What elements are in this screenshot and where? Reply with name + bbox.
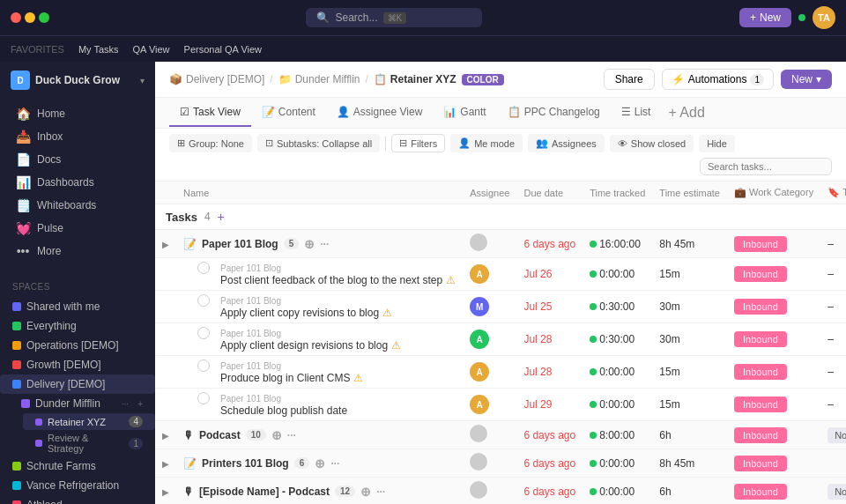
task-name[interactable]: Apply client design revisions to blog	[220, 339, 388, 352]
hide-button[interactable]: Hide	[699, 135, 735, 152]
task-checkbox[interactable]	[197, 262, 210, 274]
group-add-icon[interactable]: ⊕	[315, 456, 325, 471]
group-add-icon[interactable]: ⊕	[271, 428, 282, 442]
share-button[interactable]: Share	[604, 69, 655, 90]
color-badge[interactable]: COLOR	[462, 74, 504, 85]
group-toggle-icon[interactable]: ▶	[162, 431, 169, 441]
assignee-avatar[interactable]: A	[470, 362, 489, 382]
tab-content[interactable]: 📝 Content	[251, 99, 326, 127]
me-mode-button[interactable]: 👤 Me mode	[450, 134, 523, 152]
sidebar-item-dashboards[interactable]: 📊Dashboards	[4, 171, 152, 194]
tab-list[interactable]: ☰ List	[611, 99, 662, 127]
dunder-more-icon[interactable]: ···	[122, 399, 129, 409]
user-avatar[interactable]: TA	[813, 6, 835, 29]
sidebar-space-shared[interactable]: Shared with me	[0, 297, 155, 316]
group-toggle-icon[interactable]: ▶	[162, 240, 169, 249]
add-task-icon[interactable]: +	[218, 210, 225, 224]
col-name[interactable]: Name	[176, 182, 463, 204]
sidebar-item-inbox[interactable]: 📥Inbox	[4, 125, 152, 148]
col-task-type[interactable]: 🔖Task Type	[820, 182, 846, 204]
col-assignee[interactable]: Assignee	[463, 182, 516, 204]
search-tasks-input[interactable]	[700, 158, 832, 175]
favorites-personal-qa[interactable]: Personal QA View	[184, 44, 262, 55]
sidebar-space-delivery[interactable]: Delivery [DEMO]	[0, 374, 155, 394]
breadcrumb-delivery[interactable]: 📦 Delivery [DEMO]	[169, 73, 264, 85]
warning-icon: ⚠	[391, 339, 401, 352]
close-window-btn[interactable]	[11, 12, 21, 23]
sidebar-item-more[interactable]: •••More	[4, 240, 152, 263]
group-more-icon[interactable]: ···	[376, 485, 385, 498]
group-due-date: 6 days ago	[516, 421, 583, 449]
group-add-icon[interactable]: ⊕	[360, 485, 371, 499]
breadcrumb-sep-2: /	[366, 73, 368, 85]
breadcrumb-retainer[interactable]: 📋 Retainer XYZ	[374, 73, 456, 85]
tab-task-view[interactable]: ☑ Task View	[169, 99, 251, 127]
col-work-category[interactable]: 💼Work Category	[727, 182, 820, 204]
workspace-header[interactable]: D Duck Duck Grow ▾	[0, 62, 155, 99]
task-name-cell: Paper 101 Blog Apply client copy revisio…	[176, 291, 463, 323]
sidebar-item-docs[interactable]: 📄Docs	[4, 148, 152, 171]
task-name[interactable]: Post client feedback of the blog to the …	[220, 274, 442, 286]
global-search[interactable]: 🔍 Search... ⌘K	[306, 8, 482, 27]
task-name[interactable]: Apply client copy revisions to blog	[220, 307, 379, 319]
sidebar-space-growth[interactable]: Growth [DEMO]	[0, 355, 155, 374]
group-more-icon[interactable]: ···	[320, 238, 329, 250]
task-due-date: Jul 25	[516, 291, 583, 323]
sidebar-item-home[interactable]: 🏠Home	[4, 102, 152, 125]
task-time-est: 30m	[652, 291, 727, 323]
task-checkbox[interactable]	[197, 392, 210, 404]
filters-button[interactable]: ⊟ Filters	[391, 134, 445, 152]
dunder-add-icon[interactable]: +	[137, 399, 143, 409]
col-time-tracked[interactable]: Time tracked	[583, 182, 652, 204]
assignee-avatar[interactable]: A	[470, 264, 489, 284]
tab-gantt[interactable]: 📊 Gantt	[433, 99, 496, 127]
group-by-button[interactable]: ⊞ Group: None	[169, 134, 252, 152]
task-time-tracked: 0:00:00	[583, 258, 652, 291]
sidebar-item-whiteboards[interactable]: 🗒️Whiteboards	[4, 194, 152, 217]
sidebar-item-retainer-xyz[interactable]: Retainer XYZ 4	[23, 413, 155, 430]
new-button-top[interactable]: + New	[739, 8, 791, 27]
sidebar-space-schrute[interactable]: Schrute Farms	[0, 456, 155, 476]
group-toggle-icon[interactable]: ▶	[162, 487, 169, 497]
tab-ppc-changelog[interactable]: 📋 PPC Changelog	[497, 99, 611, 127]
tab-assignee-view[interactable]: 👤 Assignee View	[326, 99, 434, 127]
sidebar-space-vance[interactable]: Vance Refrigeration	[0, 476, 155, 495]
assignee-avatar[interactable]: A	[470, 395, 489, 414]
sidebar-space-operations[interactable]: Operations [DEMO]	[0, 336, 155, 355]
favorites-qa-view[interactable]: QA View	[133, 44, 170, 55]
maximize-window-btn[interactable]	[39, 12, 49, 23]
add-view-button[interactable]: + Add	[661, 98, 711, 128]
delivery-children: Dunder Mifflin ··· + Retainer XYZ 4 Revi…	[0, 394, 155, 456]
group-add-icon[interactable]: ⊕	[304, 237, 315, 251]
group-more-icon[interactable]: ···	[330, 457, 339, 470]
task-due-date: Jul 26	[516, 258, 583, 291]
col-time-estimate[interactable]: Time estimate	[652, 182, 727, 204]
task-work-category: Inbound	[727, 356, 820, 389]
new-task-button[interactable]: New ▾	[781, 70, 832, 89]
list-view-icon: ☰	[621, 106, 631, 118]
favorites-my-tasks[interactable]: My Tasks	[78, 44, 119, 55]
breadcrumb-dunder[interactable]: 📁 Dunder Mifflin	[278, 73, 360, 85]
sidebar-space-dunder[interactable]: Dunder Mifflin ··· +	[12, 394, 155, 413]
task-checkbox[interactable]	[197, 327, 210, 339]
task-checkbox[interactable]	[197, 359, 210, 372]
task-name[interactable]: Produce blog in Client CMS	[220, 372, 350, 384]
assignees-button[interactable]: 👥 Assignees	[528, 134, 605, 152]
group-more-icon[interactable]: ···	[287, 429, 296, 441]
show-closed-button[interactable]: 👁 Show closed	[610, 135, 694, 152]
task-checkbox[interactable]	[197, 294, 210, 307]
sidebar-item-pulse[interactable]: 💓Pulse	[4, 217, 152, 240]
sidebar-space-everything[interactable]: Everything	[0, 316, 155, 336]
col-due-date[interactable]: Due date	[516, 182, 583, 204]
sidebar-space-athlead[interactable]: Athlead	[0, 495, 155, 504]
subtasks-button[interactable]: ⊡ Subtasks: Collapse all	[257, 134, 380, 152]
sidebar-item-review-strategy[interactable]: Review & Strategy 1	[23, 430, 155, 456]
minimize-window-btn[interactable]	[25, 12, 35, 23]
space-color-dot	[12, 322, 21, 330]
automations-button[interactable]: ⚡ Automations 1	[662, 69, 774, 90]
assignee-avatar[interactable]: A	[470, 330, 489, 349]
task-name[interactable]: Schedule blog publish date	[220, 404, 347, 417]
space-color-dot	[12, 481, 21, 490]
group-toggle-icon[interactable]: ▶	[162, 459, 169, 469]
assignee-avatar[interactable]: M	[470, 297, 489, 316]
